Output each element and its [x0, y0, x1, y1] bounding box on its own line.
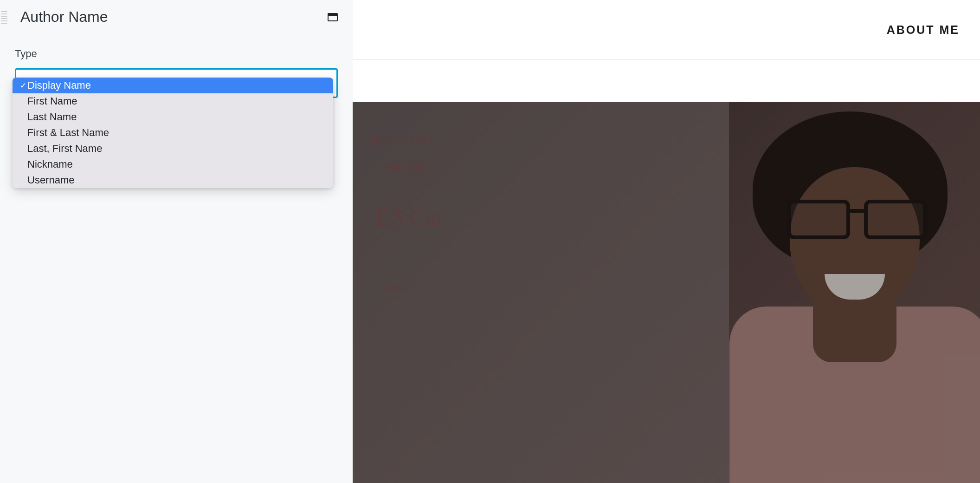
type-label: Type: [15, 48, 338, 60]
dropdown-option-first-name[interactable]: ✓ First Name: [13, 93, 333, 109]
preview-pane: ABOUT ME gelled mel vin lrg F.S Cur sen …: [353, 0, 980, 483]
type-select-wrapper: ✓ Display Name ✓ First Name ✓ Last Name …: [15, 68, 338, 98]
settings-sidebar: Author Name Type ✓ Display Name ✓ First …: [0, 0, 353, 483]
preview-separator: [353, 59, 980, 102]
hero-overlay: [353, 102, 980, 483]
window-icon[interactable]: [328, 13, 338, 21]
dropdown-option-display-name[interactable]: ✓ Display Name: [13, 78, 333, 93]
panel-body: Type ✓ Display Name ✓ First Name ✓ Last …: [0, 34, 353, 98]
dropdown-option-first-last-name[interactable]: ✓ First & Last Name: [13, 125, 333, 141]
check-icon: ✓: [19, 81, 27, 91]
preview-top-nav: ABOUT ME: [353, 0, 980, 59]
drag-handle-icon[interactable]: [0, 9, 8, 26]
panel-header: Author Name: [0, 0, 353, 34]
hero-image: gelled mel vin lrg F.S Cur sen ...: [353, 102, 980, 483]
type-dropdown-menu: ✓ Display Name ✓ First Name ✓ Last Name …: [13, 78, 333, 188]
nav-link-about-me[interactable]: ABOUT ME: [887, 23, 960, 37]
dropdown-option-username[interactable]: ✓ Username: [13, 172, 333, 188]
dropdown-option-last-name[interactable]: ✓ Last Name: [13, 109, 333, 125]
dropdown-option-nickname[interactable]: ✓ Nickname: [13, 157, 333, 172]
dropdown-option-last-first-name[interactable]: ✓ Last, First Name: [13, 141, 333, 157]
panel-title: Author Name: [20, 8, 108, 26]
